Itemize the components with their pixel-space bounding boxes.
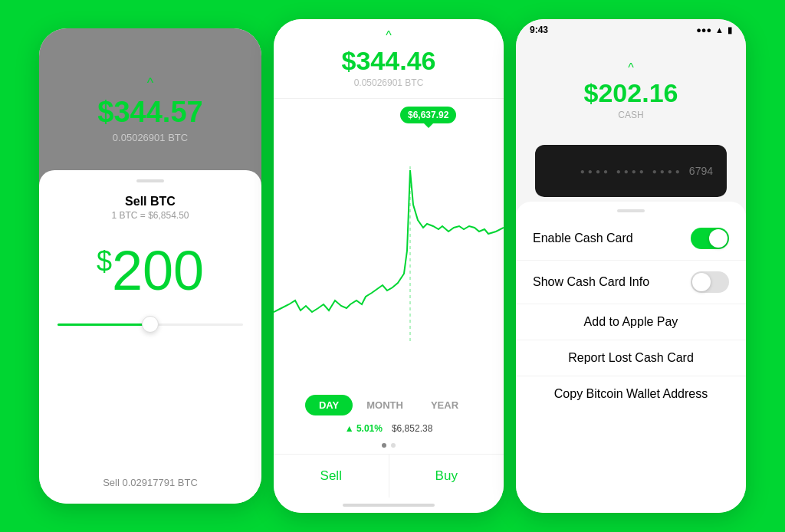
screens-container: ^ $344.57 0.05026901 BTC Sell BTC 1 BTC … (24, 4, 761, 528)
p2-caret: ^ (386, 29, 392, 43)
btc-chart: $6,637.92 (274, 99, 504, 387)
p2-actions: Sell Buy (274, 454, 504, 498)
p3-header: ^ $202.16 CASH (516, 41, 746, 140)
p2-header: ^ $344.46 0.05026901 BTC (274, 19, 504, 99)
report-lost-cash-card-label: Report Lost Cash Card (568, 351, 694, 365)
chart-svg (274, 99, 504, 387)
chart-line (274, 170, 504, 312)
p1-caret: ^ (147, 75, 153, 91)
sell-slider[interactable] (57, 323, 243, 326)
dot-2 (391, 443, 396, 448)
show-cash-card-toggle[interactable] (691, 271, 729, 293)
dots-indicator (274, 440, 504, 454)
p1-sheet: Sell BTC 1 BTC = $6,854.50 $200 Sell 0.0… (39, 170, 261, 504)
sell-number: 200 (112, 240, 204, 301)
show-cash-card-info-label: Show Cash Card Info (533, 275, 649, 289)
sell-amount: $200 (97, 239, 204, 302)
sheet-handle (617, 209, 645, 212)
copy-bitcoin-wallet-address-row[interactable]: Copy Bitcoin Wallet Address (516, 376, 746, 412)
chart-pct: ▲ 5.01% (345, 423, 383, 434)
p2-btc-amount: $344.46 (342, 46, 436, 76)
copy-bitcoin-wallet-address-label: Copy Bitcoin Wallet Address (554, 387, 708, 401)
cash-card-sheet: Enable Cash Card Show Cash Card Info Add… (516, 202, 746, 513)
add-to-apple-pay-row[interactable]: Add to Apple Pay (516, 304, 746, 340)
report-lost-cash-card-row[interactable]: Report Lost Cash Card (516, 340, 746, 376)
battery-icon: ▮ (728, 25, 732, 35)
sell-title: Sell BTC (125, 195, 176, 209)
phone-chart: ^ $344.46 0.05026901 BTC $6,637.92 DAY M… (274, 19, 504, 513)
phone-sell-btc: ^ $344.57 0.05026901 BTC Sell BTC 1 BTC … (39, 28, 261, 504)
p3-cash-sub: CASH (618, 110, 643, 120)
chart-stats: ▲ 5.01% $6,852.38 (274, 420, 504, 440)
card-number: 6794 (689, 165, 713, 177)
tab-day[interactable]: DAY (305, 395, 353, 415)
tab-month[interactable]: MONTH (353, 395, 417, 415)
sheet-handle (136, 179, 164, 182)
p2-btc-sub: 0.05026901 BTC (354, 77, 424, 88)
sell-button[interactable]: Sell (274, 455, 389, 498)
status-bar: 9:43 ●●● ▲ ▮ (516, 19, 746, 41)
buy-button[interactable]: Buy (389, 455, 504, 498)
status-icons: ●●● ▲ ▮ (696, 25, 732, 35)
card-dots: ●●●● ●●●● ●●●● (580, 167, 683, 176)
slider-fill (57, 323, 150, 326)
sell-rate: 1 BTC = $6,854.50 (111, 210, 189, 221)
dot-1 (382, 443, 386, 448)
p3-cash-amount: $202.16 (584, 78, 678, 108)
status-time: 9:43 (530, 25, 548, 35)
home-indicator (274, 498, 504, 513)
sell-btc-label: Sell 0.02917791 BTC (103, 477, 198, 488)
tab-year[interactable]: YEAR (417, 395, 472, 415)
slider-thumb[interactable] (142, 316, 159, 333)
p3-caret: ^ (628, 61, 634, 75)
sheet-handle-wrap (516, 202, 746, 217)
slider-track (57, 323, 243, 326)
enable-cash-card-row[interactable]: Enable Cash Card (516, 217, 746, 261)
add-to-apple-pay-label: Add to Apple Pay (584, 315, 678, 329)
toggle-thumb-off (692, 273, 711, 291)
p3-card-area: ●●●● ●●●● ●●●● 6794 (516, 140, 746, 202)
enable-cash-card-label: Enable Cash Card (533, 232, 633, 245)
sell-dollar-sign: $ (97, 245, 112, 277)
enable-cash-card-toggle[interactable] (691, 228, 729, 249)
p1-btc-sub: 0.05026901 BTC (113, 132, 188, 143)
toggle-thumb-on (709, 229, 728, 248)
show-cash-card-info-row[interactable]: Show Cash Card Info (516, 261, 746, 304)
p1-btc-amount: $344.57 (97, 96, 202, 129)
chart-val: $6,852.38 (392, 423, 432, 434)
phone-cash-card: 9:43 ●●● ▲ ▮ ^ $202.16 CASH ●●●● ●●●● ●●… (516, 19, 746, 513)
cash-card: ●●●● ●●●● ●●●● 6794 (535, 145, 727, 197)
p1-header: ^ $344.57 0.05026901 BTC (39, 28, 261, 189)
signal-icon: ●●● (696, 25, 711, 34)
home-bar (343, 504, 435, 507)
wifi-icon: ▲ (715, 25, 724, 34)
period-tabs: DAY MONTH YEAR (274, 387, 504, 420)
